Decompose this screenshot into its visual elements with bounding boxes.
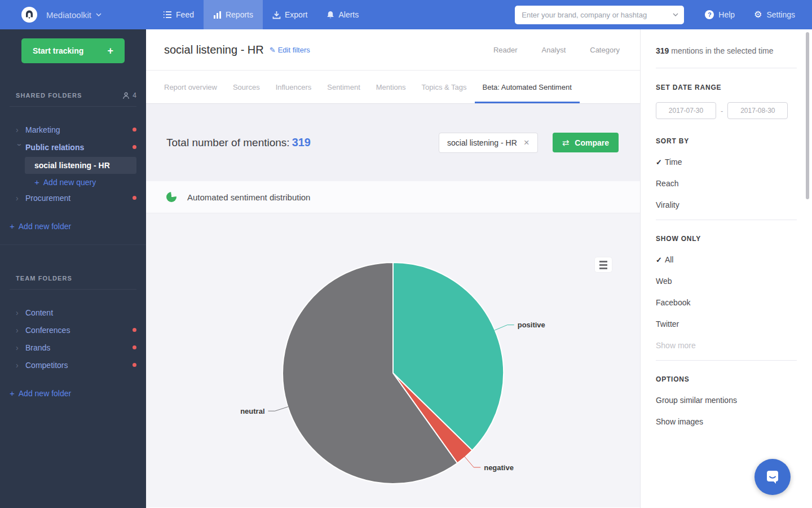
date-range-title: SET DATE RANGE — [656, 84, 812, 91]
folder-label: Procurement — [25, 194, 70, 203]
nav-item-label: Reports — [226, 10, 253, 19]
chart-section-header: Automated sentiment distribution — [146, 181, 640, 213]
search-input[interactable] — [515, 6, 684, 24]
shared-users-count: 4 — [133, 91, 136, 99]
pie-leader-line-positive — [495, 325, 514, 331]
compare-label: Compare — [575, 138, 609, 147]
mediatoolkit-logo-icon[interactable] — [21, 7, 37, 23]
nav-item-alerts[interactable]: Alerts — [317, 0, 368, 29]
edit-filters-link[interactable]: ✎ Edit filters — [270, 46, 310, 54]
plus-icon: + — [10, 388, 15, 398]
team-folders-header: TEAM FOLDERS — [0, 273, 146, 283]
show-only-title: SHOW ONLY — [656, 235, 812, 243]
sort-option-reach[interactable]: Reach — [656, 179, 812, 188]
show-option-all[interactable]: ✓ All — [656, 255, 812, 264]
date-to-input[interactable] — [727, 102, 788, 119]
top-navbar: Mediatoolkit Feed Reports Export — [0, 0, 812, 29]
option-group-similar-mentions[interactable]: Group similar mentions — [656, 396, 812, 405]
users-icon — [122, 92, 130, 99]
search-chevron-down-icon[interactable] — [673, 13, 678, 16]
show-option-web[interactable]: Web — [656, 277, 812, 286]
unread-dot — [133, 345, 136, 349]
option-show-images[interactable]: Show images — [656, 417, 812, 426]
sort-by-title: SORT BY — [656, 137, 812, 145]
view-mode-analyst[interactable]: Analyst — [542, 46, 566, 54]
mentions-summary: 319 mentions in the selected time — [656, 46, 812, 55]
close-icon[interactable]: × — [524, 137, 529, 148]
chevron-right-icon: › — [16, 343, 25, 352]
unread-dot — [133, 196, 136, 200]
folder-label: Public relations — [25, 143, 84, 152]
sidebar-folder-content[interactable]: › Content — [0, 304, 146, 321]
add-new-folder-link[interactable]: + Add new folder — [10, 388, 146, 398]
plus-icon: + — [34, 177, 39, 187]
tab-sources[interactable]: Sources — [225, 71, 268, 103]
divider — [656, 68, 797, 68]
compare-button[interactable]: ⇄ Compare — [553, 133, 619, 152]
start-tracking-label: Start tracking — [33, 46, 83, 55]
help-label: Help — [718, 10, 735, 19]
folder-label: Marketing — [25, 125, 60, 134]
feed-list-icon — [163, 11, 172, 19]
show-option-twitter[interactable]: Twitter — [656, 319, 812, 329]
tab-topics-tags[interactable]: Topics & Tags — [414, 71, 475, 103]
mentions-summary-text: mentions in the selected time — [669, 46, 773, 55]
tab-sentiment[interactable]: Sentiment — [319, 71, 368, 103]
start-tracking-button[interactable]: Start tracking + — [21, 38, 125, 63]
plus-icon: + — [10, 221, 15, 231]
sentiment-pie-svg: positivenegativeneutral — [146, 213, 640, 507]
chart-export-menu-button[interactable] — [595, 257, 612, 272]
sidebar-folder-conferences[interactable]: › Conferences — [0, 321, 146, 339]
tab-influencers[interactable]: Influencers — [268, 71, 320, 103]
check-icon: ✓ — [656, 256, 662, 264]
show-option-facebook[interactable]: Facebook — [656, 298, 812, 307]
main-nav: Feed Reports Export Alerts — [153, 0, 368, 29]
nav-item-export[interactable]: Export — [263, 0, 317, 29]
brand-menu[interactable]: Mediatoolkit — [46, 10, 102, 20]
tab-beta-automated-sentiment[interactable]: Beta: Automated Sentiment — [475, 71, 580, 103]
help-icon: ? — [705, 10, 714, 19]
unread-dot — [133, 128, 136, 132]
add-new-query-link[interactable]: + Add new query — [34, 177, 146, 187]
sidebar-folder-brands[interactable]: › Brands — [0, 339, 146, 356]
divider — [656, 220, 797, 220]
divider — [656, 360, 797, 361]
scrollbar-thumb[interactable] — [806, 32, 809, 199]
folder-label: Brands — [25, 343, 50, 352]
sidebar-folder-competitors[interactable]: › Competitors — [0, 356, 146, 374]
tab-report-overview[interactable]: Report overview — [156, 71, 225, 103]
view-mode-reader[interactable]: Reader — [493, 46, 518, 54]
show-more-link[interactable]: Show more — [656, 341, 812, 350]
brand-search — [515, 6, 684, 24]
chat-bubble-icon — [764, 468, 781, 485]
view-mode-category[interactable]: Category — [590, 46, 620, 54]
query-filter-chip: social listening - HR × — [439, 133, 538, 153]
edit-filters-label: Edit filters — [278, 46, 310, 54]
help-button[interactable]: ? Help — [705, 10, 735, 19]
chat-launcher-button[interactable] — [754, 459, 791, 495]
pie-label-neutral: neutral — [240, 407, 264, 415]
chevron-right-icon: › — [16, 308, 25, 317]
sidebar-folder-marketing[interactable]: › Marketing — [0, 121, 146, 138]
sort-option-virality[interactable]: Virality — [656, 200, 812, 209]
sidebar-folder-procurement[interactable]: › Procurement — [0, 189, 146, 207]
nav-item-reports[interactable]: Reports — [204, 0, 263, 29]
sidebar-query-social-listening-hr[interactable]: social listening - HR — [25, 157, 136, 174]
add-new-folder-link[interactable]: + Add new folder — [10, 221, 146, 231]
chevron-down-icon — [96, 13, 102, 16]
view-mode-switcher: Reader Analyst Category — [493, 46, 620, 54]
chevron-right-icon: › — [16, 194, 25, 203]
tab-mentions[interactable]: Mentions — [368, 71, 414, 103]
chip-label: social listening - HR — [447, 138, 517, 147]
sentiment-pie-chart: positivenegativeneutral — [146, 213, 640, 507]
date-from-input[interactable] — [656, 102, 716, 119]
sidebar-folder-public-relations[interactable]: › Public relations — [0, 138, 146, 156]
sort-option-time[interactable]: ✓ Time — [656, 157, 812, 167]
hamburger-icon — [599, 261, 607, 262]
pie-label-positive: positive — [518, 321, 545, 329]
unread-dot — [133, 363, 136, 367]
settings-button[interactable]: ⚙ Settings — [754, 10, 795, 19]
shared-folders-header: SHARED FOLDERS 4 — [0, 90, 146, 100]
nav-item-feed[interactable]: Feed — [153, 0, 204, 29]
swap-arrows-icon: ⇄ — [562, 138, 570, 148]
